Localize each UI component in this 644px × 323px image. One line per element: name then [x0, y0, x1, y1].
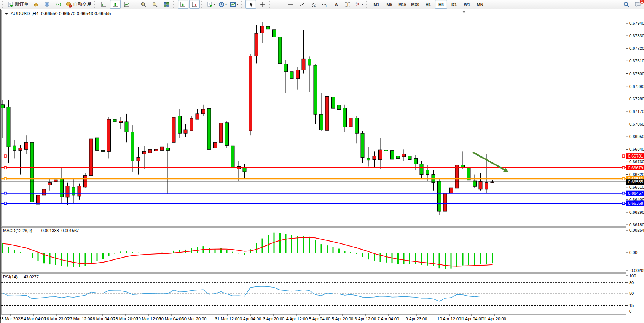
rsi-panel[interactable]	[1, 274, 626, 314]
candle-body	[7, 107, 10, 147]
timeframe-mn-button[interactable]: MN	[474, 0, 486, 9]
arrows-button[interactable]: ▾	[354, 0, 364, 9]
candle-body	[261, 26, 264, 33]
time-tick-label: 6 Apr 12:00	[355, 317, 376, 321]
line-handle[interactable]	[4, 202, 6, 204]
chart-window[interactable]: 0.679400.678300.677200.676100.675000.673…	[0, 9, 644, 323]
price-tag-label: 0.66781	[628, 154, 643, 158]
timeframe-h1-button[interactable]: H1	[422, 0, 434, 9]
macd-panel[interactable]	[1, 227, 626, 273]
crosshair-button[interactable]	[257, 0, 268, 9]
candle-body	[113, 119, 116, 122]
cursor-button[interactable]	[245, 0, 256, 9]
horizontal-line-button[interactable]	[285, 0, 296, 9]
candle-body	[384, 150, 388, 151]
main-chart-panel[interactable]	[1, 10, 626, 226]
vertical-line-button[interactable]	[274, 0, 284, 9]
line-handle[interactable]	[622, 192, 625, 194]
channel-icon: E	[310, 2, 316, 8]
time-tick-label: 28 Mar 20:00	[113, 317, 138, 321]
autotrading-button[interactable]: 自动交易	[65, 0, 92, 9]
time-tick-label: 11 Apr 04:00	[460, 317, 483, 321]
svg-text:A: A	[335, 2, 338, 8]
candle-body	[101, 150, 105, 151]
search-icon	[623, 1, 630, 8]
chartshift-icon	[191, 2, 198, 8]
autoscroll-button[interactable]	[178, 0, 188, 9]
equidistant-channel-button[interactable]: E	[308, 0, 319, 9]
rsi-tick-label: 100	[629, 274, 636, 278]
signals-button[interactable]	[53, 0, 64, 9]
candle-body	[225, 123, 229, 146]
fibonacci-button[interactable]: F	[319, 0, 330, 9]
new-order-button-label: 新订单	[15, 1, 29, 8]
macd-tick-label: -0.002026	[629, 268, 644, 273]
timeframe-m1-button[interactable]: M1	[370, 0, 383, 9]
line-chart-button[interactable]	[121, 0, 132, 9]
rsi-tick-label: 50	[629, 291, 634, 296]
textT-icon: T	[344, 2, 351, 8]
price-tick-label: 0.67940	[629, 21, 644, 25]
candle-body	[131, 132, 134, 161]
svg-text:F: F	[326, 5, 327, 7]
indicators-button[interactable]: ▾	[206, 0, 217, 9]
zoom-out-button[interactable]	[150, 0, 160, 9]
text-label-button[interactable]: T	[342, 0, 353, 9]
line-handle[interactable]	[622, 202, 625, 204]
candle-body	[196, 114, 199, 119]
timeframe-m5-button[interactable]: M5	[383, 0, 395, 9]
linechart-icon	[124, 2, 130, 8]
price-tick-label: 0.66510	[629, 185, 644, 189]
textA-icon: A	[333, 2, 339, 8]
text-button[interactable]: A	[331, 0, 341, 9]
chevron-down-icon: ▾	[225, 3, 227, 6]
line-handle[interactable]	[622, 178, 625, 180]
timeframe-m30-button[interactable]: M30	[409, 0, 421, 9]
mt4-terminal: { "toolbar": { "new_order_label": "新订单",…	[0, 0, 644, 323]
monitor-icon	[44, 2, 50, 8]
price-tick-label: 0.67830	[629, 33, 644, 38]
chevron-down-icon: ▾	[214, 3, 215, 6]
candle-body	[290, 72, 293, 79]
time-tick-label: 5 Apr 04:00	[309, 317, 330, 321]
timeframe-m15-button[interactable]: M15	[396, 0, 408, 9]
search-button[interactable]	[621, 0, 631, 9]
timeframe-d1-button[interactable]: D1	[448, 0, 460, 9]
line-handle[interactable]	[4, 192, 6, 194]
gold-pouch-button[interactable]	[30, 0, 41, 9]
candle-body	[178, 116, 182, 133]
time-tick-label: 3 Apr 04:00	[240, 317, 261, 321]
zoom-in-button[interactable]	[138, 0, 149, 9]
toolbar-grip	[201, 1, 204, 8]
line-handle[interactable]	[4, 155, 6, 157]
templates-button[interactable]: ▾	[229, 0, 239, 9]
time-tick-label: 11 Apr 20:00	[483, 317, 506, 321]
candle-body	[450, 188, 453, 193]
data-window-button[interactable]	[42, 0, 53, 9]
notifications-button[interactable]: 1	[632, 0, 643, 9]
line-handle[interactable]	[622, 155, 625, 157]
price-tick-label: 0.67390	[629, 84, 644, 89]
chart-shift-button[interactable]	[189, 0, 200, 9]
time-tick-label: 3 Apr 20:00	[263, 317, 284, 321]
trendline-button[interactable]	[296, 0, 307, 9]
candle-body	[72, 187, 75, 195]
time-tick-label: 10 Apr 12:00	[437, 317, 461, 321]
chart-title: AUDUSD-,H4	[11, 11, 39, 16]
periods-button[interactable]: ▾	[217, 0, 228, 9]
candle-body	[273, 30, 276, 37]
candle-body	[391, 151, 394, 159]
timeframe-h4-button[interactable]: H4	[435, 0, 447, 9]
timeframe-w1-button[interactable]: W1	[461, 0, 473, 9]
line-handle[interactable]	[4, 178, 6, 180]
candle-body	[143, 151, 146, 154]
new-order-button[interactable]: 新订单	[6, 0, 30, 9]
tile-windows-button[interactable]	[161, 0, 172, 9]
candle-body	[54, 180, 57, 182]
bar-chart-button[interactable]	[99, 0, 109, 9]
candlestick-button[interactable]	[110, 0, 121, 9]
line-handle[interactable]	[622, 167, 625, 169]
line-handle[interactable]	[4, 167, 6, 169]
time-tick-label: 24 Mar 04:00	[21, 317, 46, 321]
candle-body	[485, 183, 488, 189]
